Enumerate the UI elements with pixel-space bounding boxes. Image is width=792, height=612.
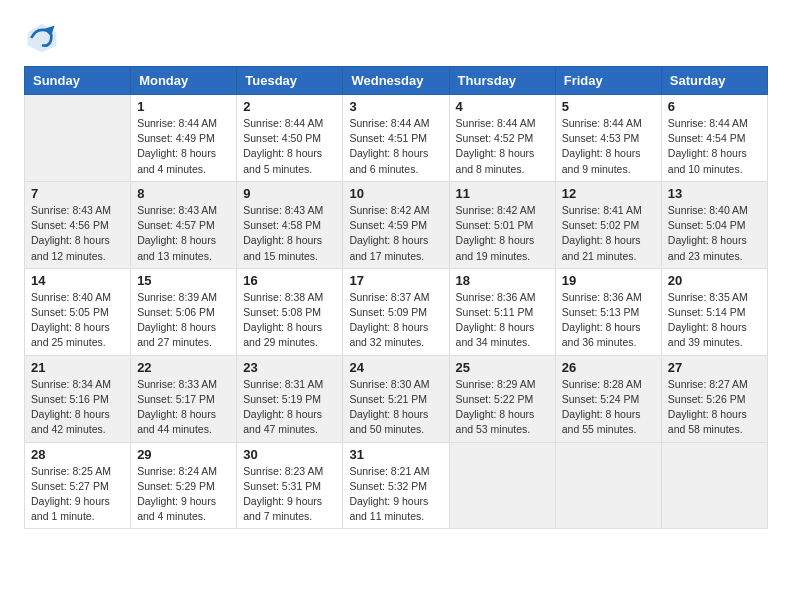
day-number: 5 [562,99,655,114]
calendar-cell: 14Sunrise: 8:40 AM Sunset: 5:05 PM Dayli… [25,268,131,355]
calendar-cell: 27Sunrise: 8:27 AM Sunset: 5:26 PM Dayli… [661,355,767,442]
calendar-cell: 4Sunrise: 8:44 AM Sunset: 4:52 PM Daylig… [449,95,555,182]
day-info: Sunrise: 8:42 AM Sunset: 5:01 PM Dayligh… [456,203,549,264]
day-number: 9 [243,186,336,201]
calendar-cell [555,442,661,529]
calendar-week-1: 1Sunrise: 8:44 AM Sunset: 4:49 PM Daylig… [25,95,768,182]
day-number: 16 [243,273,336,288]
day-info: Sunrise: 8:44 AM Sunset: 4:50 PM Dayligh… [243,116,336,177]
day-info: Sunrise: 8:25 AM Sunset: 5:27 PM Dayligh… [31,464,124,525]
calendar-cell: 21Sunrise: 8:34 AM Sunset: 5:16 PM Dayli… [25,355,131,442]
day-number: 2 [243,99,336,114]
calendar-cell: 15Sunrise: 8:39 AM Sunset: 5:06 PM Dayli… [131,268,237,355]
day-number: 10 [349,186,442,201]
calendar-cell: 9Sunrise: 8:43 AM Sunset: 4:58 PM Daylig… [237,181,343,268]
day-info: Sunrise: 8:34 AM Sunset: 5:16 PM Dayligh… [31,377,124,438]
day-info: Sunrise: 8:23 AM Sunset: 5:31 PM Dayligh… [243,464,336,525]
day-info: Sunrise: 8:35 AM Sunset: 5:14 PM Dayligh… [668,290,761,351]
day-number: 29 [137,447,230,462]
weekday-header-saturday: Saturday [661,67,767,95]
logo-icon [24,20,60,56]
calendar-cell: 28Sunrise: 8:25 AM Sunset: 5:27 PM Dayli… [25,442,131,529]
calendar-cell: 13Sunrise: 8:40 AM Sunset: 5:04 PM Dayli… [661,181,767,268]
weekday-header-thursday: Thursday [449,67,555,95]
weekday-header-monday: Monday [131,67,237,95]
day-number: 28 [31,447,124,462]
calendar-cell: 26Sunrise: 8:28 AM Sunset: 5:24 PM Dayli… [555,355,661,442]
calendar-cell: 2Sunrise: 8:44 AM Sunset: 4:50 PM Daylig… [237,95,343,182]
calendar-cell: 29Sunrise: 8:24 AM Sunset: 5:29 PM Dayli… [131,442,237,529]
calendar-table: SundayMondayTuesdayWednesdayThursdayFrid… [24,66,768,529]
day-info: Sunrise: 8:36 AM Sunset: 5:13 PM Dayligh… [562,290,655,351]
calendar-cell: 22Sunrise: 8:33 AM Sunset: 5:17 PM Dayli… [131,355,237,442]
day-number: 26 [562,360,655,375]
day-info: Sunrise: 8:27 AM Sunset: 5:26 PM Dayligh… [668,377,761,438]
day-info: Sunrise: 8:44 AM Sunset: 4:53 PM Dayligh… [562,116,655,177]
day-info: Sunrise: 8:28 AM Sunset: 5:24 PM Dayligh… [562,377,655,438]
day-number: 21 [31,360,124,375]
calendar-cell [449,442,555,529]
calendar-week-5: 28Sunrise: 8:25 AM Sunset: 5:27 PM Dayli… [25,442,768,529]
day-info: Sunrise: 8:31 AM Sunset: 5:19 PM Dayligh… [243,377,336,438]
day-number: 20 [668,273,761,288]
day-info: Sunrise: 8:43 AM Sunset: 4:57 PM Dayligh… [137,203,230,264]
calendar-cell: 20Sunrise: 8:35 AM Sunset: 5:14 PM Dayli… [661,268,767,355]
calendar-cell: 11Sunrise: 8:42 AM Sunset: 5:01 PM Dayli… [449,181,555,268]
calendar-cell: 5Sunrise: 8:44 AM Sunset: 4:53 PM Daylig… [555,95,661,182]
day-number: 4 [456,99,549,114]
day-info: Sunrise: 8:36 AM Sunset: 5:11 PM Dayligh… [456,290,549,351]
weekday-header-friday: Friday [555,67,661,95]
day-info: Sunrise: 8:33 AM Sunset: 5:17 PM Dayligh… [137,377,230,438]
calendar-cell: 23Sunrise: 8:31 AM Sunset: 5:19 PM Dayli… [237,355,343,442]
calendar-cell: 19Sunrise: 8:36 AM Sunset: 5:13 PM Dayli… [555,268,661,355]
calendar-cell: 12Sunrise: 8:41 AM Sunset: 5:02 PM Dayli… [555,181,661,268]
calendar-cell: 25Sunrise: 8:29 AM Sunset: 5:22 PM Dayli… [449,355,555,442]
calendar-cell: 31Sunrise: 8:21 AM Sunset: 5:32 PM Dayli… [343,442,449,529]
day-info: Sunrise: 8:44 AM Sunset: 4:54 PM Dayligh… [668,116,761,177]
calendar-cell: 3Sunrise: 8:44 AM Sunset: 4:51 PM Daylig… [343,95,449,182]
day-number: 25 [456,360,549,375]
day-number: 1 [137,99,230,114]
day-number: 23 [243,360,336,375]
calendar-cell: 30Sunrise: 8:23 AM Sunset: 5:31 PM Dayli… [237,442,343,529]
calendar-cell: 16Sunrise: 8:38 AM Sunset: 5:08 PM Dayli… [237,268,343,355]
weekday-header-sunday: Sunday [25,67,131,95]
day-info: Sunrise: 8:37 AM Sunset: 5:09 PM Dayligh… [349,290,442,351]
day-number: 13 [668,186,761,201]
day-number: 30 [243,447,336,462]
day-number: 31 [349,447,442,462]
weekday-header-tuesday: Tuesday [237,67,343,95]
day-info: Sunrise: 8:40 AM Sunset: 5:04 PM Dayligh… [668,203,761,264]
day-number: 7 [31,186,124,201]
day-number: 3 [349,99,442,114]
day-info: Sunrise: 8:43 AM Sunset: 4:58 PM Dayligh… [243,203,336,264]
day-info: Sunrise: 8:29 AM Sunset: 5:22 PM Dayligh… [456,377,549,438]
day-info: Sunrise: 8:44 AM Sunset: 4:49 PM Dayligh… [137,116,230,177]
day-info: Sunrise: 8:38 AM Sunset: 5:08 PM Dayligh… [243,290,336,351]
day-info: Sunrise: 8:41 AM Sunset: 5:02 PM Dayligh… [562,203,655,264]
day-number: 14 [31,273,124,288]
day-number: 19 [562,273,655,288]
day-info: Sunrise: 8:30 AM Sunset: 5:21 PM Dayligh… [349,377,442,438]
calendar-cell [25,95,131,182]
calendar-cell: 7Sunrise: 8:43 AM Sunset: 4:56 PM Daylig… [25,181,131,268]
day-number: 17 [349,273,442,288]
calendar-week-4: 21Sunrise: 8:34 AM Sunset: 5:16 PM Dayli… [25,355,768,442]
day-info: Sunrise: 8:44 AM Sunset: 4:52 PM Dayligh… [456,116,549,177]
day-info: Sunrise: 8:24 AM Sunset: 5:29 PM Dayligh… [137,464,230,525]
calendar-cell: 24Sunrise: 8:30 AM Sunset: 5:21 PM Dayli… [343,355,449,442]
day-number: 8 [137,186,230,201]
day-number: 18 [456,273,549,288]
page-header [24,20,768,56]
day-number: 15 [137,273,230,288]
day-number: 27 [668,360,761,375]
calendar-week-2: 7Sunrise: 8:43 AM Sunset: 4:56 PM Daylig… [25,181,768,268]
day-number: 6 [668,99,761,114]
day-info: Sunrise: 8:42 AM Sunset: 4:59 PM Dayligh… [349,203,442,264]
day-number: 11 [456,186,549,201]
day-number: 12 [562,186,655,201]
day-number: 24 [349,360,442,375]
day-info: Sunrise: 8:21 AM Sunset: 5:32 PM Dayligh… [349,464,442,525]
day-info: Sunrise: 8:39 AM Sunset: 5:06 PM Dayligh… [137,290,230,351]
calendar-cell [661,442,767,529]
